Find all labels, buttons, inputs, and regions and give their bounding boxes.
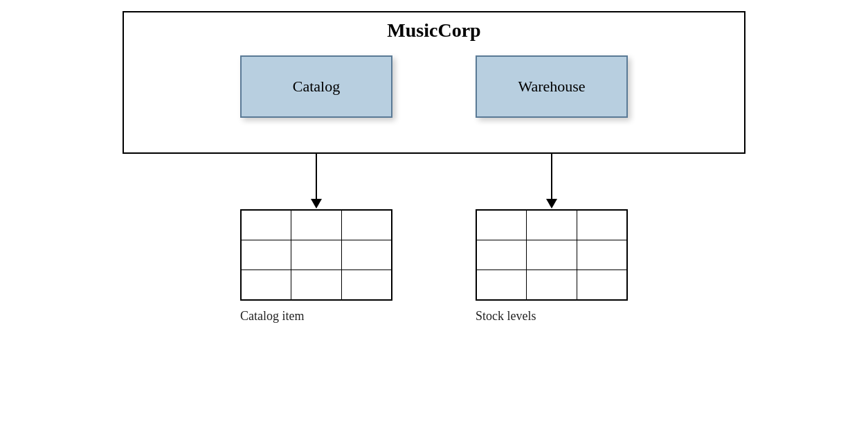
catalog-arrow-head <box>311 199 322 209</box>
table-cell <box>577 211 626 240</box>
warehouse-service-box: Warehouse <box>476 55 628 118</box>
table-cell <box>242 211 291 240</box>
table-cell <box>477 240 527 270</box>
warehouse-arrow-head <box>546 199 557 209</box>
catalog-arrow-line <box>316 154 317 199</box>
warehouse-arrow <box>546 154 557 209</box>
table-cell <box>342 240 391 270</box>
table-cell <box>342 270 391 299</box>
table-cell <box>242 240 291 270</box>
table-cell <box>477 211 527 240</box>
table-cell <box>291 270 341 299</box>
service-boxes: Catalog Warehouse <box>240 55 628 118</box>
warehouse-column: Stock levels <box>476 154 628 324</box>
warehouse-table <box>476 209 628 301</box>
table-cell <box>477 270 527 299</box>
bottom-section: Catalog item <box>240 154 628 324</box>
catalog-arrow <box>311 154 322 209</box>
table-cell <box>291 211 341 240</box>
table-cell <box>577 240 626 270</box>
musiccorp-title: MusicCorp <box>387 19 480 42</box>
table-cell <box>527 240 577 270</box>
table-row <box>477 270 626 299</box>
table-cell <box>527 270 577 299</box>
warehouse-label: Warehouse <box>518 78 585 96</box>
table-cell <box>577 270 626 299</box>
table-row <box>477 211 626 240</box>
table-cell <box>342 211 391 240</box>
table-cell <box>242 270 291 299</box>
catalog-label: Catalog <box>293 78 340 96</box>
warehouse-arrow-line <box>551 154 552 199</box>
musiccorp-box: MusicCorp Catalog Warehouse <box>123 11 745 154</box>
table-row <box>242 240 391 270</box>
warehouse-table-label: Stock levels <box>476 309 628 324</box>
catalog-table <box>240 209 392 301</box>
diagram-container: MusicCorp Catalog Warehouse <box>19 11 849 413</box>
table-cell <box>527 211 577 240</box>
table-row <box>242 211 391 240</box>
table-row <box>477 240 626 270</box>
table-cell <box>291 240 341 270</box>
catalog-table-label: Catalog item <box>240 309 392 324</box>
catalog-service-box: Catalog <box>240 55 392 118</box>
catalog-column: Catalog item <box>240 154 392 324</box>
table-row <box>242 270 391 299</box>
